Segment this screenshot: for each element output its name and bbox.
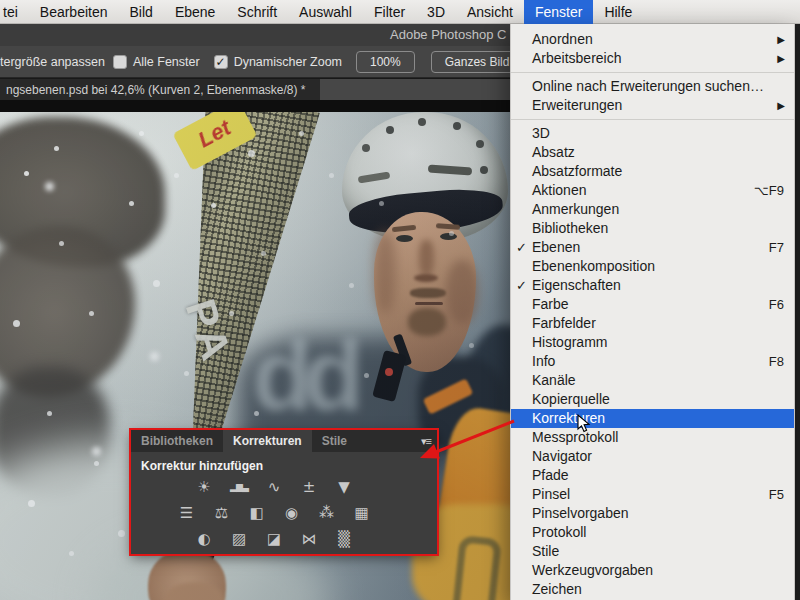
menu-item-label: Anmerkungen (532, 201, 619, 217)
document-title: ngsebenen.psd bei 42,6% (Kurven 2, Ebene… (6, 83, 306, 97)
menu-item-label: Bibliotheken (532, 220, 608, 236)
menu-item-anmerkungen[interactable]: Anmerkungen (511, 200, 794, 219)
menu-item-arbeitsbereich[interactable]: Arbeitsbereich▶ (511, 49, 794, 68)
menu-item-absatzformate[interactable]: Absatzformate (511, 162, 794, 181)
menu-item-label: Pinsel (532, 486, 570, 502)
panel-tab-stile[interactable]: Stile (312, 430, 357, 452)
menu-item-label: Kanäle (532, 372, 576, 388)
menu-item-stile[interactable]: Stile (511, 542, 794, 561)
menu-item-label: Arbeitsbereich (532, 50, 622, 66)
menu-shortcut: F7 (769, 238, 784, 257)
menu-item-label: Online nach Erweiterungen suchen… (532, 78, 764, 94)
app-title: Adobe Photoshop C (390, 27, 506, 42)
menubar-item-hilfe[interactable]: Hilfe (593, 0, 643, 24)
menubar-item-bearbeiten[interactable]: Bearbeiten (29, 0, 119, 24)
brightness-contrast-icon[interactable]: ☀ (194, 477, 214, 497)
menu-item-zeichen[interactable]: Zeichen (511, 580, 794, 599)
selective-color-icon[interactable]: ▒ (334, 529, 354, 549)
menu-item-kopierquelle[interactable]: Kopierquelle (511, 390, 794, 409)
menubar-item-tei[interactable]: tei (0, 0, 29, 24)
menu-item-label: Korrekturen (532, 410, 605, 426)
menu-item-eigenschaften[interactable]: ✓Eigenschaften (511, 276, 794, 295)
menubar-item-schrift[interactable]: Schrift (226, 0, 288, 24)
invert-icon[interactable]: ◐ (194, 529, 214, 549)
menu-bar: teiBearbeitenBildEbeneSchriftAuswahlFilt… (0, 0, 800, 24)
menu-item-label: Info (532, 353, 555, 369)
menu-item-online-nach-erweiterungen-suchen-[interactable]: Online nach Erweiterungen suchen… (511, 77, 794, 96)
menu-item-histogramm[interactable]: Histogramm (511, 333, 794, 352)
menu-shortcut: F5 (769, 485, 784, 504)
options-button-100-[interactable]: 100% (356, 51, 415, 73)
menu-item-label: Histogramm (532, 334, 607, 350)
panel-tab-korrekturen[interactable]: Korrekturen (223, 430, 312, 452)
photo-filter-icon[interactable]: ◉ (282, 503, 302, 523)
menu-item-pinselvorgaben[interactable]: Pinselvorgaben (511, 504, 794, 523)
checkbox-checked-icon[interactable]: ✓ (214, 55, 228, 69)
channel-mixer-icon[interactable]: ⁂ (317, 503, 337, 523)
document-tab[interactable]: ngsebenen.psd bei 42,6% (Kurven 2, Ebene… (0, 79, 320, 101)
posterize-icon[interactable]: ▨ (229, 529, 249, 549)
checkbox-dynamischer-zoom[interactable]: ✓Dynamischer Zoom (214, 55, 342, 69)
menu-item-label: Erweiterungen (532, 97, 622, 113)
menu-item-label: Pfade (532, 467, 569, 483)
menu-item-erweiterungen[interactable]: Erweiterungen▶ (511, 96, 794, 115)
hue-saturation-icon[interactable]: ☰ (177, 503, 197, 523)
menubar-item-fenster[interactable]: Fenster (524, 0, 593, 24)
menu-item-label: 3D (532, 125, 550, 141)
menu-item-farbfelder[interactable]: Farbfelder (511, 314, 794, 333)
menu-item-werkzeugvorgaben[interactable]: Werkzeugvorgaben (511, 561, 794, 580)
panel-menu-icon[interactable]: ▾≡ (421, 430, 431, 452)
threshold-icon[interactable]: ◪ (264, 529, 284, 549)
vibrance-icon[interactable]: ▼ (334, 477, 354, 497)
menu-item-label: Messprotokoll (532, 429, 618, 445)
menubar-item-filter[interactable]: Filter (363, 0, 416, 24)
gradient-map-icon[interactable]: ⋈ (299, 529, 319, 549)
menu-item-kanäle[interactable]: Kanäle (511, 371, 794, 390)
submenu-arrow-icon: ▶ (777, 49, 785, 68)
color-lookup-icon[interactable]: ▦ (352, 503, 372, 523)
panel-header: Korrektur hinzufügen (141, 459, 263, 473)
menu-item-label: Farbfelder (532, 315, 596, 331)
menu-item-ebenen[interactable]: ✓EbenenF7 (511, 238, 794, 257)
menu-item-messprotokoll[interactable]: Messprotokoll (511, 428, 794, 447)
panel-tab-bibliotheken[interactable]: Bibliotheken (131, 430, 223, 452)
levels-icon[interactable]: ▂▆▃ (229, 477, 249, 497)
black-white-icon[interactable]: ◧ (247, 503, 267, 523)
menu-item-korrekturen[interactable]: Korrekturen (511, 409, 794, 428)
menu-shortcut: F6 (769, 295, 784, 314)
menu-item-farbe[interactable]: FarbeF6 (511, 295, 794, 314)
panel-tab-bar: BibliothekenKorrekturenStile▾≡ (131, 430, 437, 452)
menu-item-label: Ebenen (532, 239, 580, 255)
menu-item-pfade[interactable]: Pfade (511, 466, 794, 485)
adjustments-panel: BibliothekenKorrekturenStile▾≡ Korrektur… (131, 430, 437, 554)
menubar-item-3d[interactable]: 3D (416, 0, 456, 24)
curves-icon[interactable]: ∿ (264, 477, 284, 497)
color-balance-icon[interactable]: ⚖ (212, 503, 232, 523)
menu-item-aktionen[interactable]: Aktionen⌥F9 (511, 181, 794, 200)
menu-item-bibliotheken[interactable]: Bibliotheken (511, 219, 794, 238)
menu-item-3d[interactable]: 3D (511, 124, 794, 143)
menu-item-label: Navigator (532, 448, 592, 464)
menu-item-ebenenkomposition[interactable]: Ebenenkomposition (511, 257, 794, 276)
menubar-item-auswahl[interactable]: Auswahl (288, 0, 363, 24)
checkbox-icon[interactable] (113, 55, 127, 69)
menubar-item-ebene[interactable]: Ebene (164, 0, 226, 24)
submenu-arrow-icon: ▶ (777, 30, 785, 49)
menubar-item-bild[interactable]: Bild (119, 0, 164, 24)
menu-item-label: Pinselvorgaben (532, 505, 629, 521)
menu-item-label: Eigenschaften (532, 277, 621, 293)
checkbox-alle-fenster[interactable]: Alle Fenster (113, 55, 200, 69)
menu-item-navigator[interactable]: Navigator (511, 447, 794, 466)
checkmark-icon: ✓ (516, 276, 527, 295)
exposure-icon[interactable]: ± (299, 477, 319, 497)
menu-shortcut: F8 (769, 352, 784, 371)
menubar-item-ansicht[interactable]: Ansicht (456, 0, 524, 24)
photoshop-window: dd Let PA (0, 0, 800, 600)
submenu-arrow-icon: ▶ (777, 96, 785, 115)
menu-item-pinsel[interactable]: PinselF5 (511, 485, 794, 504)
menu-item-absatz[interactable]: Absatz (511, 143, 794, 162)
menu-item-protokoll[interactable]: Protokoll (511, 523, 794, 542)
menu-item-anordnen[interactable]: Anordnen▶ (511, 30, 794, 49)
menu-item-info[interactable]: InfoF8 (511, 352, 794, 371)
menu-item-label: Absatzformate (532, 163, 622, 179)
